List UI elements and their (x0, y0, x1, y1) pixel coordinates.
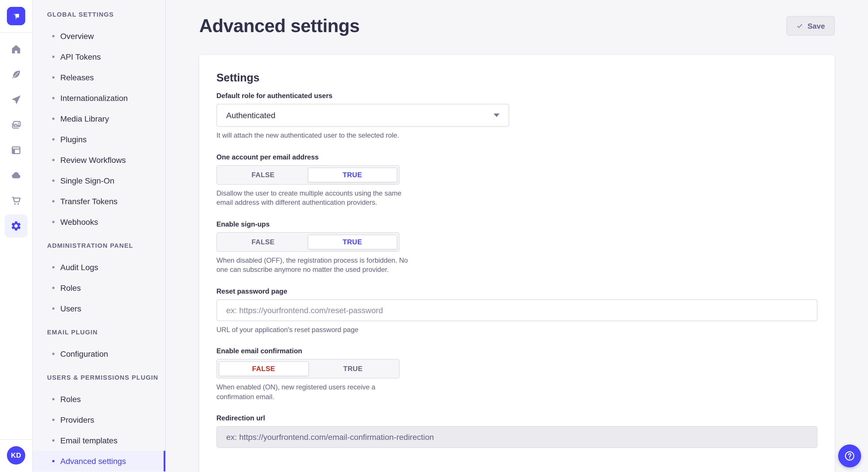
enable-signups-true-option[interactable]: TRUE (307, 234, 397, 249)
sidebar-item-label: Email templates (60, 436, 117, 444)
bullet-icon (52, 56, 55, 58)
field-hint: It will attach the new authenticated use… (216, 131, 817, 140)
main-content: Advanced settings Save Settings Default … (166, 0, 868, 472)
enable-signups-toggle: FALSE TRUE (216, 232, 400, 251)
field-label: Reset password page (216, 287, 817, 296)
default-role-select[interactable]: Authenticated (216, 104, 509, 127)
redirection-url-input[interactable] (216, 426, 817, 448)
sidebar-item-label: Roles (60, 284, 81, 292)
enable-signups-false-option[interactable]: FALSE (219, 234, 307, 249)
sidebar-item-review-workflows[interactable]: Review Workflows (33, 150, 165, 170)
email-confirmation-true-option[interactable]: TRUE (309, 361, 397, 376)
sidebar-item-internationalization[interactable]: Internationalization (33, 88, 165, 108)
sidebar-item-label: Webhooks (60, 218, 98, 226)
field-label: Enable sign-ups (216, 220, 817, 229)
one-account-false-option[interactable]: FALSE (219, 167, 307, 182)
save-button-label: Save (807, 22, 825, 30)
rail-bottom: KD (0, 439, 32, 472)
field-hint: When enabled (ON), new registered users … (216, 382, 408, 401)
home-icon[interactable] (5, 38, 28, 61)
sidebar-item-overview[interactable]: Overview (33, 26, 165, 46)
sidebar-item-label: Configuration (60, 350, 108, 358)
strapi-logo[interactable] (7, 7, 25, 25)
sidebar-item-plugins[interactable]: Plugins (33, 129, 165, 150)
sidebar-item-providers[interactable]: Providers (33, 409, 165, 430)
sidebar-item-label: Overview (60, 32, 94, 40)
bullet-icon (52, 97, 55, 99)
sidebar-item-label: Plugins (60, 135, 87, 143)
sidebar-item-configuration[interactable]: Configuration (33, 343, 165, 364)
bullet-icon (52, 419, 55, 421)
sidebar-item-transfer-tokens[interactable]: Transfer Tokens (33, 191, 165, 212)
sidebar-item-label: Advanced settings (60, 457, 126, 465)
field-email-confirmation: Enable email confirmation FALSE TRUE Whe… (216, 347, 817, 401)
email-confirmation-false-option[interactable]: FALSE (219, 361, 309, 376)
field-hint: URL of your application's reset password… (216, 325, 817, 334)
sidebar-item-email-templates[interactable]: Email templates (33, 430, 165, 451)
settings-heading: Settings (216, 71, 817, 85)
cart-icon[interactable] (5, 189, 28, 212)
bullet-icon (52, 117, 55, 120)
images-icon[interactable] (5, 113, 28, 136)
settings-card: Settings Default role for authenticated … (199, 55, 835, 472)
bullet-icon (52, 307, 55, 310)
sidebar-item-label: Users (60, 305, 81, 312)
field-hint: Disallow the user to create multiple acc… (216, 189, 408, 207)
sidebar-section-title: USERS & PERMISSIONS PLUGIN (47, 373, 165, 382)
sidebar-item-releases[interactable]: Releases (33, 67, 165, 88)
cloud-icon[interactable] (5, 164, 28, 187)
field-label: Enable email confirmation (216, 347, 817, 356)
bullet-icon (52, 76, 55, 78)
sidebar-item-media-library[interactable]: Media Library (33, 108, 165, 129)
bullet-icon (52, 138, 55, 140)
sidebar-item-roles[interactable]: Roles (33, 389, 165, 409)
sidebar-item-label: Roles (60, 395, 81, 403)
gear-icon[interactable] (5, 214, 28, 237)
sidebar-item-advanced-settings[interactable]: Advanced settings (33, 451, 165, 471)
app-window: KD GLOBAL SETTINGSOverviewAPI TokensRele… (0, 0, 868, 472)
one-account-true-option[interactable]: TRUE (307, 167, 397, 182)
sidebar-item-label: Media Library (60, 115, 109, 123)
sidebar-item-single-sign-on[interactable]: Single Sign-On (33, 170, 165, 191)
bullet-icon (52, 200, 55, 202)
field-default-role: Default role for authenticated users Aut… (216, 92, 817, 140)
sidebar-item-label: Providers (60, 416, 94, 424)
feather-icon[interactable] (5, 63, 28, 86)
sidebar-item-api-tokens[interactable]: API Tokens (33, 46, 165, 67)
avatar[interactable]: KD (7, 446, 25, 465)
sidebar-sections: GLOBAL SETTINGSOverviewAPI TokensRelease… (33, 10, 165, 471)
sidebar-item-label: Releases (60, 73, 94, 81)
bullet-icon (52, 159, 55, 161)
sidebar-item-audit-logs[interactable]: Audit Logs (33, 257, 165, 278)
field-redirection-url: Redirection url (216, 414, 817, 448)
field-enable-signups: Enable sign-ups FALSE TRUE When disabled… (216, 220, 817, 274)
bullet-icon (52, 439, 55, 442)
page-title: Advanced settings (199, 14, 360, 38)
sidebar-section-title: EMAIL PLUGIN (47, 328, 165, 337)
question-mark-icon (843, 450, 856, 462)
save-button[interactable]: Save (786, 16, 835, 36)
field-label: One account per email address (216, 153, 817, 162)
one-account-toggle: FALSE TRUE (216, 165, 400, 184)
bullet-icon (52, 221, 55, 223)
main-nav-rail: KD (0, 0, 33, 472)
sidebar-item-label: API Tokens (60, 53, 101, 61)
paper-plane-icon[interactable] (5, 88, 28, 111)
sidebar-item-label: Single Sign-On (60, 177, 114, 185)
email-confirmation-toggle: FALSE TRUE (216, 359, 400, 378)
sidebar-item-roles[interactable]: Roles (33, 278, 165, 298)
bullet-icon (52, 398, 55, 400)
bullet-icon (52, 179, 55, 182)
layout-icon[interactable] (5, 139, 28, 162)
sidebar-item-webhooks[interactable]: Webhooks (33, 212, 165, 232)
chevron-down-icon (494, 113, 499, 117)
field-label: Default role for authenticated users (216, 92, 817, 100)
select-value: Authenticated (226, 111, 275, 120)
sidebar-item-users[interactable]: Users (33, 298, 165, 319)
reset-password-input[interactable] (216, 299, 817, 321)
sidebar-section-title: ADMINISTRATION PANEL (47, 241, 165, 250)
sidebar-item-label: Audit Logs (60, 263, 98, 271)
page-header: Advanced settings Save (199, 14, 835, 38)
sidebar-item-label: Review Workflows (60, 156, 126, 164)
help-button[interactable] (838, 444, 861, 467)
